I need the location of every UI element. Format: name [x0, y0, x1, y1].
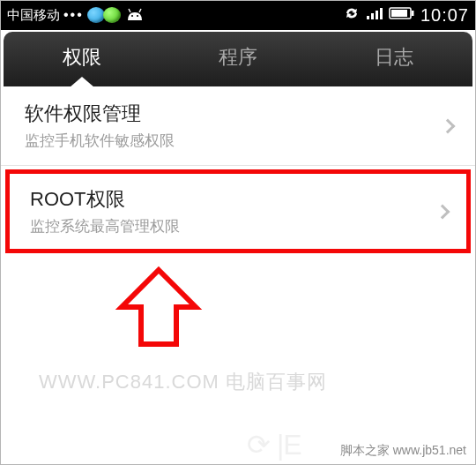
- watermark-jb51: 脚本之家 www.jb51.net: [338, 442, 469, 460]
- status-bar: 中国移动 •••: [0, 0, 476, 30]
- settings-list: 软件权限管理 监控手机软件敏感权限 ROOT权限 监控系统最高管理权限: [0, 86, 476, 253]
- annotation-arrow-up-icon: [115, 265, 203, 356]
- svg-rect-6: [376, 11, 378, 19]
- more-dots: •••: [63, 7, 84, 23]
- tab-bar: 权限 程序 日志: [4, 32, 472, 86]
- svg-rect-9: [412, 11, 414, 16]
- tab-logs[interactable]: 日志: [316, 32, 472, 86]
- svg-line-1: [139, 9, 141, 12]
- watermark-pc841: WWW.PC841.COM 电脑百事网: [39, 369, 327, 395]
- svg-rect-10: [391, 10, 407, 17]
- clock: 10:07: [420, 5, 469, 26]
- tab-apps[interactable]: 程序: [160, 32, 316, 86]
- status-left: 中国移动 •••: [7, 7, 145, 24]
- faded-logo: ⟳ |E: [247, 428, 301, 461]
- item-title: ROOT权限: [30, 186, 180, 213]
- svg-point-3: [137, 15, 138, 17]
- status-right: 10:07: [343, 4, 469, 26]
- item-title: 软件权限管理: [25, 101, 175, 127]
- svg-rect-5: [371, 13, 374, 19]
- tab-permissions[interactable]: 权限: [4, 32, 160, 86]
- svg-rect-7: [380, 8, 383, 19]
- svg-point-2: [131, 15, 133, 17]
- android-icon: [124, 8, 145, 22]
- svg-rect-4: [367, 16, 369, 19]
- svg-line-0: [129, 9, 130, 12]
- item-text: 软件权限管理 监控手机软件敏感权限: [25, 101, 175, 151]
- item-subtitle: 监控系统最高管理权限: [30, 216, 180, 236]
- notification-icon-green: [103, 7, 121, 23]
- carrier-label: 中国移动: [7, 7, 60, 24]
- item-software-permissions[interactable]: 软件权限管理 监控手机软件敏感权限: [0, 86, 476, 166]
- chevron-right-icon: [441, 118, 456, 133]
- item-subtitle: 监控手机软件敏感权限: [25, 131, 175, 151]
- chevron-right-icon: [435, 204, 450, 219]
- battery-icon: [389, 6, 415, 24]
- signal-icon: [366, 6, 383, 24]
- notification-icon-blue: [87, 7, 105, 23]
- item-root-permissions[interactable]: ROOT权限 监控系统最高管理权限: [5, 169, 471, 253]
- sync-icon: [343, 4, 361, 26]
- item-text: ROOT权限 监控系统最高管理权限: [30, 186, 180, 236]
